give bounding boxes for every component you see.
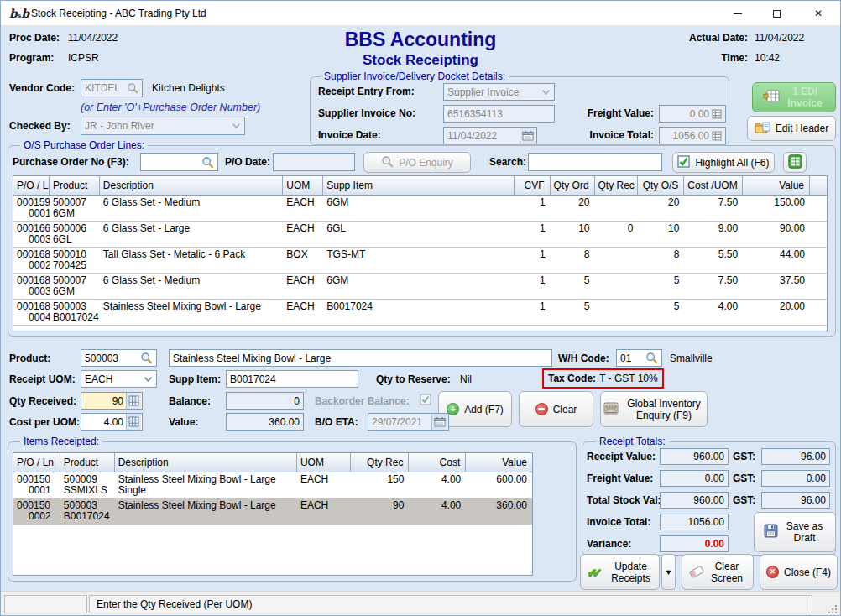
po-no-label: Purchase Order No (F3): — [13, 156, 129, 168]
col-cost[interactable]: Cost — [409, 453, 466, 472]
table-row[interactable]: 0001500001 500009SSMIXLS Stainless Steel… — [13, 472, 532, 499]
dropdown-arrow-icon: ▼ — [665, 568, 672, 577]
search-label: Search: — [489, 156, 526, 168]
edi-invoice-button[interactable]: 1 EDI Invoice — [752, 82, 836, 112]
folder-edit-icon — [755, 121, 770, 136]
gst-label: GST: — [733, 494, 755, 506]
time-value: 10:42 — [755, 52, 780, 64]
col-product[interactable]: Product — [60, 453, 115, 472]
calculator-icon[interactable] — [712, 131, 722, 141]
col-qty-ord[interactable]: Qty Ord — [551, 176, 595, 195]
backorder-checkbox[interactable] — [420, 394, 431, 408]
window-title: Stock Receipting - ABC Trading Pty Ltd — [31, 1, 206, 26]
export-excel-button[interactable] — [783, 152, 807, 173]
col-po-ln[interactable]: P/O / Ln — [13, 453, 60, 472]
highlight-all-button[interactable]: Highlight All (F6) — [672, 152, 775, 173]
cost-per-uom-input[interactable]: 4.00 — [81, 413, 143, 431]
clear-button[interactable]: Clear — [519, 391, 593, 427]
cost-per-uom-label: Cost per UOM: — [9, 416, 80, 428]
chevron-down-icon — [232, 120, 241, 132]
receipt-gst-field: 96.00 — [761, 448, 830, 465]
search-icon — [381, 155, 394, 170]
po-no-input[interactable] — [140, 153, 218, 171]
global-inventory-enquiry-button[interactable]: Global Inventory Enquiry (F9) — [600, 391, 708, 427]
product-description-field[interactable]: Stainless Steel Mixing Bowl - Large — [169, 349, 552, 367]
resize-grip[interactable] — [828, 604, 838, 614]
calendar-icon[interactable] — [520, 128, 535, 144]
receipt-uom-select[interactable]: EACH — [81, 370, 157, 388]
table-row[interactable]: 0001660003 5000066GL 6 Glass Set - Large… — [13, 222, 827, 248]
calendar-icon[interactable] — [431, 414, 447, 430]
calculator-icon[interactable] — [712, 109, 722, 119]
screen-title: Stock Receipting — [278, 52, 563, 69]
col-value[interactable]: Value — [466, 453, 532, 472]
save-as-draft-button[interactable]: Save as Draft — [754, 512, 836, 552]
maximize-button[interactable] — [757, 1, 796, 26]
col-qty-rec[interactable]: Qty Rec — [351, 453, 410, 472]
search-icon[interactable] — [201, 156, 214, 169]
col-description[interactable]: Description — [115, 453, 297, 472]
invoice-date-input[interactable]: 11/04/2022 — [443, 127, 537, 144]
col-cvf[interactable]: CVF — [515, 176, 551, 195]
update-receipts-dropdown-button[interactable]: ▼ — [661, 554, 676, 590]
supp-item-input[interactable]: B0017024 — [226, 370, 358, 388]
col-product[interactable]: Product — [50, 176, 100, 195]
qty-to-reserve-label: Qty to Reserve: — [376, 373, 451, 385]
search-icon[interactable] — [645, 352, 658, 364]
po-enquiry-button[interactable]: P/O Enquiry — [363, 152, 471, 173]
supplier-invoice-no-input[interactable]: 6516354113 — [443, 105, 555, 123]
qty-received-input[interactable]: 90 — [81, 392, 143, 410]
freight-value-input[interactable]: 0.00 — [659, 105, 726, 123]
close-button[interactable]: ✕ — [796, 1, 841, 26]
program-value: ICPSR — [68, 52, 99, 64]
col-qty-os[interactable]: Qty O/S — [638, 176, 684, 195]
update-receipts-button[interactable]: ✔✔ Update Receipts — [580, 554, 660, 590]
table-row[interactable]: 0001680002 500010700425 Tall Glass Set -… — [13, 248, 827, 274]
save-disk-icon — [764, 524, 778, 540]
close-icon: ✕ — [814, 8, 823, 19]
app-window: bsb Stock Receipting - ABC Trading Pty L… — [0, 0, 841, 616]
tax-code-value: T - GST 10% — [599, 373, 658, 384]
add-button[interactable]: + Add (F7) — [438, 391, 512, 427]
col-uom[interactable]: UOM — [283, 176, 323, 195]
calculator-icon[interactable] — [126, 414, 141, 430]
wh-code-label: W/H Code: — [558, 352, 609, 364]
col-cost-uom[interactable]: Cost /UOM — [684, 176, 743, 195]
col-po-ln[interactable]: P/O / Ln — [13, 176, 50, 195]
checked-by-select[interactable]: JR - John River — [81, 117, 245, 135]
bo-eta-input[interactable]: 29/07/2021 — [368, 413, 449, 431]
col-value[interactable]: Value — [743, 176, 810, 195]
freight-value-label: Freight Value: — [587, 472, 653, 484]
variance-label: Variance: — [587, 538, 631, 550]
col-qty-rec[interactable]: Qty Rec — [595, 176, 639, 195]
table-row[interactable]: 0001590001 5000076GM 6 Glass Set - Mediu… — [13, 196, 827, 222]
po-date-input[interactable] — [273, 153, 355, 171]
freight-value-field: 0.00 — [660, 470, 729, 487]
receipt-value-label: Receipt Value: — [587, 451, 656, 462]
table-row[interactable]: 0001680004 500003B0017024 Stainless Stee… — [13, 300, 827, 326]
col-description[interactable]: Description — [100, 176, 284, 195]
invoice-total-input[interactable]: 1056.00 — [659, 127, 726, 144]
vendor-code-input[interactable]: KITDEL — [81, 79, 143, 97]
chevron-down-icon — [144, 373, 153, 385]
table-row[interactable]: 0001680003 5000076GM 6 Glass Set - Mediu… — [13, 274, 827, 300]
search-input[interactable] — [528, 153, 662, 171]
minimize-button[interactable] — [718, 1, 757, 26]
wh-code-input[interactable]: 01 — [616, 349, 662, 367]
total-stock-val-label: Total Stock Val: — [587, 494, 661, 506]
qty-received-label: Qty Received: — [9, 395, 76, 407]
search-icon[interactable] — [140, 352, 153, 364]
col-supp-item[interactable]: Supp Item — [323, 176, 514, 195]
product-input[interactable]: 500003 — [81, 349, 157, 367]
edit-header-button[interactable]: Edit Header — [747, 116, 836, 141]
clear-screen-button[interactable]: Clear Screen — [682, 554, 754, 590]
col-uom[interactable]: UOM — [297, 453, 351, 472]
value-label: Value: — [169, 416, 198, 428]
supplier-invoice-no-label: Supplier Invoice No: — [318, 107, 415, 119]
table-row-selected[interactable]: 0001500002 500003B0017024 Stainless Stee… — [13, 499, 532, 525]
close-f4-button[interactable]: ✕ Close (F4) — [760, 554, 838, 590]
search-icon[interactable] — [127, 82, 138, 94]
receipt-entry-from-select[interactable]: Supplier Invoice — [443, 83, 555, 101]
calculator-icon[interactable] — [126, 393, 141, 409]
freight-gst-field: 0.00 — [761, 470, 830, 487]
